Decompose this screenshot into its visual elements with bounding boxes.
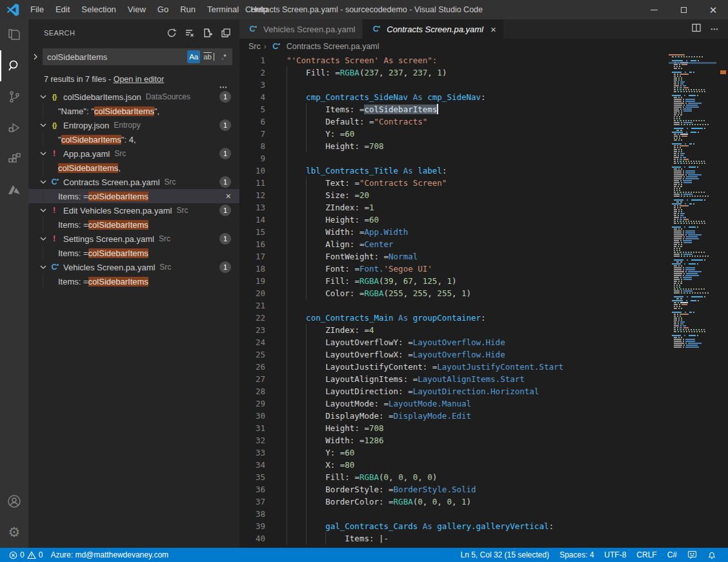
search-match-row[interactable]: "colSidebarItems": 4,: [28, 132, 239, 146]
code-line[interactable]: 22 con_Contracts_Main As groupContainer:: [239, 312, 728, 324]
line-number[interactable]: 27: [239, 373, 265, 385]
toggle-replace-button[interactable]: [30, 52, 41, 62]
menu-selection[interactable]: Selection: [76, 0, 121, 19]
eol-status[interactable]: CRLF: [631, 548, 662, 562]
line-number[interactable]: 7: [239, 128, 265, 140]
code-line[interactable]: 13 ZIndex: =1: [239, 201, 728, 214]
tab-close-icon[interactable]: ×: [490, 25, 496, 34]
breadcrumb-file[interactable]: Contracts Screen.pa.yaml: [287, 42, 379, 51]
problems-status[interactable]: 0 0: [5, 548, 46, 562]
refresh-button[interactable]: [165, 26, 179, 40]
search-result-file-row[interactable]: !App.pa.yamlSrc1: [28, 146, 239, 161]
menu-view[interactable]: View: [122, 0, 152, 19]
chevron-down-icon[interactable]: [38, 234, 48, 244]
line-number[interactable]: 10: [239, 165, 265, 177]
activity-account[interactable]: [0, 486, 28, 517]
minimize-button[interactable]: [639, 0, 669, 19]
code-line[interactable]: 8 Height: =708: [239, 140, 728, 152]
code-line[interactable]: 3: [239, 79, 728, 91]
menu-file[interactable]: File: [25, 0, 50, 19]
search-result-file-row[interactable]: CContracts Screen.pa.yamlSrc1: [28, 175, 239, 189]
line-number[interactable]: 21: [239, 299, 265, 312]
search-match-row[interactable]: Items: =colSidebarItems: [28, 246, 239, 260]
search-match-row[interactable]: "Name": "colSidebarItems",: [28, 104, 239, 118]
activity-source-control[interactable]: [0, 81, 28, 112]
code-line[interactable]: 31 Height: =708: [239, 422, 728, 434]
chevron-down-icon[interactable]: [38, 205, 48, 216]
chevron-down-icon[interactable]: [38, 92, 48, 102]
code-line[interactable]: 34 X: =80: [239, 459, 728, 471]
line-number[interactable]: 31: [239, 422, 265, 434]
line-number[interactable]: 6: [239, 115, 265, 128]
code-line[interactable]: 27 LayoutAlignItems: =LayoutAlignItems.S…: [239, 373, 728, 385]
code-line[interactable]: 4 cmp_Contracts_SideNav As cmp_SideNav:: [239, 91, 728, 103]
line-number[interactable]: 26: [239, 361, 265, 373]
line-number[interactable]: 15: [239, 226, 265, 238]
line-number[interactable]: 12: [239, 189, 265, 201]
line-number[interactable]: 17: [239, 250, 265, 263]
search-match-row[interactable]: Items: =colSidebarItems×: [28, 189, 239, 203]
maximize-button[interactable]: [669, 0, 698, 19]
search-input[interactable]: [47, 52, 187, 62]
collapse-all-button[interactable]: [219, 26, 233, 40]
code-line[interactable]: 7 Y: =60: [239, 128, 728, 140]
activity-azure[interactable]: [0, 174, 28, 205]
line-number[interactable]: 23: [239, 324, 265, 336]
whole-word-toggle[interactable]: ab: [202, 50, 216, 63]
line-number[interactable]: 20: [239, 287, 265, 299]
line-number[interactable]: 30: [239, 410, 265, 422]
chevron-down-icon[interactable]: [38, 148, 48, 159]
line-number[interactable]: 19: [239, 275, 265, 287]
code-editor[interactable]: 1"'Contracts Screen' As screen":2 Fill: …: [239, 54, 728, 548]
code-line[interactable]: 37 BorderColor: =RGBA(0, 0, 0, 1): [239, 496, 728, 508]
chevron-down-icon[interactable]: [38, 177, 48, 187]
line-number[interactable]: 28: [239, 385, 265, 397]
code-line[interactable]: 40 Items: |-: [239, 532, 728, 545]
clear-search-results-button[interactable]: [183, 26, 197, 40]
tab-vehicles-screen-pa-yaml[interactable]: CVehicles Screen.pa.yaml: [239, 19, 362, 39]
code-line[interactable]: 25 LayoutOverflowX: =LayoutOverflow.Hide: [239, 348, 728, 361]
match-case-toggle[interactable]: Aa: [187, 50, 200, 63]
chevron-down-icon[interactable]: [38, 120, 48, 130]
code-line[interactable]: 23 ZIndex: =4: [239, 324, 728, 336]
line-number[interactable]: 25: [239, 348, 265, 361]
code-line[interactable]: 2 Fill: =RGBA(237, 237, 237, 1): [239, 66, 728, 79]
search-match-row[interactable]: Items: =colSidebarItems: [28, 217, 239, 232]
line-number[interactable]: 3: [239, 79, 265, 91]
cursor-position-status[interactable]: Ln 5, Col 32 (15 selected): [456, 548, 554, 562]
code-line[interactable]: 35 Fill: =RGBA(0, 0, 0, 0): [239, 471, 728, 483]
menu-run[interactable]: Run: [174, 0, 201, 19]
search-result-file-row[interactable]: {}colSidebarItems.jsonDataSources1: [28, 90, 239, 104]
new-search-editor-button[interactable]: [201, 26, 215, 40]
feedback-button[interactable]: [682, 548, 702, 562]
breadcrumb[interactable]: Src › C Contracts Screen.pa.yaml: [239, 39, 728, 54]
line-number[interactable]: 9: [239, 152, 265, 165]
line-number[interactable]: 14: [239, 214, 265, 226]
activity-settings[interactable]: ⚙: [0, 517, 28, 548]
code-line[interactable]: 29 LayoutMode: =LayoutMode.Manual: [239, 397, 728, 410]
code-line[interactable]: 19 Fill: =RGBA(39, 67, 125, 1): [239, 275, 728, 287]
search-match-row[interactable]: colSidebarItems,: [28, 161, 239, 175]
code-line[interactable]: 14 Height: =60: [239, 214, 728, 226]
line-number[interactable]: 35: [239, 471, 265, 483]
code-line[interactable]: 16 Align: =Center: [239, 238, 728, 250]
code-line[interactable]: 24 LayoutOverflowY: =LayoutOverflow.Hide: [239, 336, 728, 348]
code-line[interactable]: 10 lbl_Contracts_Title As label:: [239, 165, 728, 177]
activity-explorer[interactable]: [0, 19, 28, 50]
code-line[interactable]: 38: [239, 508, 728, 520]
line-number[interactable]: 11: [239, 177, 265, 189]
line-number[interactable]: 22: [239, 312, 265, 324]
tab-contracts-screen-pa-yaml[interactable]: CContracts Screen.pa.yaml×: [363, 19, 503, 39]
code-line[interactable]: 33 Y: =60: [239, 447, 728, 459]
code-line[interactable]: 32 Width: =1286: [239, 434, 728, 447]
code-line[interactable]: 39 gal_Contracts_Cards As gallery.galler…: [239, 520, 728, 532]
code-line[interactable]: 20 Color: =RGBA(255, 255, 255, 1): [239, 287, 728, 299]
menu-go[interactable]: Go: [152, 0, 174, 19]
line-number[interactable]: 32: [239, 434, 265, 447]
line-number[interactable]: 18: [239, 263, 265, 275]
line-number[interactable]: 5: [239, 103, 265, 115]
language-mode-status[interactable]: C#: [662, 548, 682, 562]
code-line[interactable]: 28 LayoutDirection: =LayoutDirection.Hor…: [239, 385, 728, 397]
line-number[interactable]: 34: [239, 459, 265, 471]
search-result-file-row[interactable]: CVehicles Screen.pa.yamlSrc1: [28, 260, 239, 274]
